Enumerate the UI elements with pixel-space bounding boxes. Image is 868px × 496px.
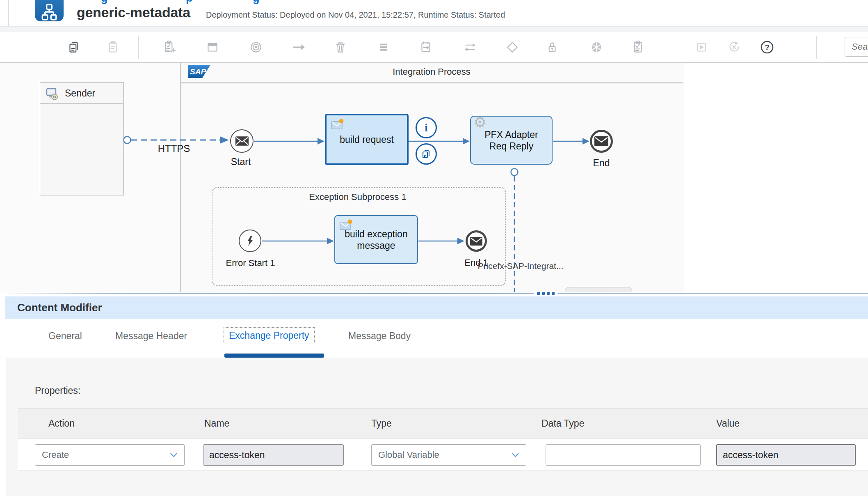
play-icon <box>694 40 709 55</box>
end-event[interactable] <box>590 130 613 153</box>
panel-left-border <box>7 358 7 496</box>
arrow-right-icon <box>291 40 306 55</box>
type-select-value: Global Variable <box>378 450 439 460</box>
receiver-participant-top <box>565 287 632 292</box>
column-header-name: Name <box>204 409 229 438</box>
value-input[interactable] <box>716 444 856 466</box>
toolbar-separator <box>816 36 817 59</box>
tab-message-body[interactable]: Message Body <box>348 331 411 342</box>
search-input[interactable] <box>845 37 868 57</box>
chevron-down-icon <box>512 452 519 458</box>
iflow-app-icon <box>35 0 64 21</box>
header-left-divider <box>8 0 9 26</box>
error-bolt-icon <box>245 235 256 247</box>
tab-message-header[interactable]: Message Header <box>115 331 187 342</box>
paste-icon <box>105 40 120 55</box>
properties-table-header: Action Name Type Data Type Value <box>18 409 868 439</box>
simulate-cancel-button[interactable] <box>724 37 744 57</box>
toolbar-separator <box>671 36 671 59</box>
type-select[interactable]: Global Variable <box>371 444 526 466</box>
sequence-flows <box>0 63 868 292</box>
panel-title: Content Modifier <box>17 301 102 314</box>
deployment-status: Deployment Status: Deployed on Nov 04, 2… <box>206 10 505 20</box>
timer-event-button[interactable] <box>416 37 436 57</box>
start-label: Start <box>220 156 261 168</box>
start-event[interactable] <box>230 129 254 153</box>
splitter-handle[interactable] <box>534 291 557 296</box>
header-divider-strip <box>0 26 868 32</box>
action-select-value: Create <box>42 450 69 460</box>
add-process-step-button[interactable] <box>160 37 180 57</box>
info-icon: i <box>425 122 428 134</box>
panel-header: Content Modifier <box>5 296 868 319</box>
menu-lines-icon <box>376 40 391 55</box>
build-exception-task[interactable]: build exception message <box>334 215 418 264</box>
column-header-value: Value <box>716 409 740 438</box>
receiver-connector-port <box>511 169 518 176</box>
paste-button[interactable] <box>103 37 123 57</box>
lock-icon <box>545 40 560 55</box>
pfx-adapter-task[interactable]: ⚙ PFX Adapter Req Reply <box>470 116 553 165</box>
clipped-link-fragment: g <box>253 0 263 4</box>
copy-icon <box>66 40 81 55</box>
external-call-button[interactable] <box>460 37 480 57</box>
diamond-icon <box>505 40 520 55</box>
node-info-button[interactable]: i <box>416 117 437 138</box>
node-copy-button[interactable] <box>416 143 437 165</box>
copy-button[interactable] <box>64 37 84 57</box>
action-select[interactable]: Create <box>35 444 185 466</box>
build-exception-label-line1: build exception <box>345 228 407 240</box>
gears-icon: ⚙ <box>473 117 487 128</box>
sequence-connector-button[interactable] <box>289 37 308 57</box>
column-header-action: Action <box>48 409 75 438</box>
iflow-editor: g p g generic-metadata Deployment Status… <box>0 0 868 496</box>
message-icon <box>235 136 249 146</box>
build-exception-label-line2: message <box>357 240 395 251</box>
participant-icon <box>205 40 220 55</box>
list-button[interactable] <box>374 37 393 57</box>
chevron-down-icon <box>170 452 178 458</box>
page-title: generic-metadata <box>77 5 190 21</box>
properties-label: Properties: <box>35 385 80 396</box>
restart-cancel-icon <box>727 40 742 55</box>
gateway-button[interactable] <box>503 37 522 57</box>
simulate-play-button[interactable] <box>692 37 711 57</box>
help-button[interactable]: ? <box>757 37 777 57</box>
clipboard-plus-icon <box>162 40 177 55</box>
tab-general[interactable]: General <box>48 331 82 342</box>
calendar-arrow-icon <box>418 40 433 55</box>
build-request-task[interactable]: build request <box>325 114 409 165</box>
trash-icon <box>333 40 348 55</box>
error-start-label: Error Start 1 <box>219 258 282 269</box>
content-modifier-icon <box>331 119 344 130</box>
error-start-event[interactable] <box>239 230 261 252</box>
svg-text:?: ? <box>765 43 770 52</box>
panel-splitter[interactable] <box>0 293 868 294</box>
message-icon <box>470 237 482 246</box>
clipboard-check-icon <box>630 40 645 55</box>
sender-connector-port <box>124 137 131 144</box>
participant-button[interactable] <box>203 37 222 57</box>
duplicate-icon <box>421 149 431 159</box>
name-input[interactable] <box>203 444 344 466</box>
active-tab-underline <box>224 354 324 358</box>
security-lock-button[interactable] <box>542 37 562 57</box>
build-request-label: build request <box>340 134 394 145</box>
end1-event[interactable] <box>466 230 487 252</box>
data-type-input[interactable] <box>546 444 701 466</box>
toolbar-separator <box>138 36 139 59</box>
mapping-button[interactable] <box>587 37 606 57</box>
content-modifier-icon <box>340 219 353 231</box>
clipped-link-fragment: g <box>101 0 112 4</box>
hierarchy-icon <box>41 3 58 21</box>
pfx-adapter-label-line1: PFX Adapter <box>484 129 538 140</box>
message-icon <box>594 136 608 146</box>
target-button[interactable] <box>246 37 266 57</box>
clipped-link-fragment: p <box>186 0 196 4</box>
checklist-button[interactable] <box>628 37 648 57</box>
https-label: HTTPS <box>153 143 194 154</box>
pfx-adapter-label-line2: Req Reply <box>489 140 533 152</box>
tab-exchange-property[interactable]: Exchange Property <box>224 327 315 344</box>
column-header-data-type: Data Type <box>541 409 584 438</box>
delete-button[interactable] <box>331 37 350 57</box>
